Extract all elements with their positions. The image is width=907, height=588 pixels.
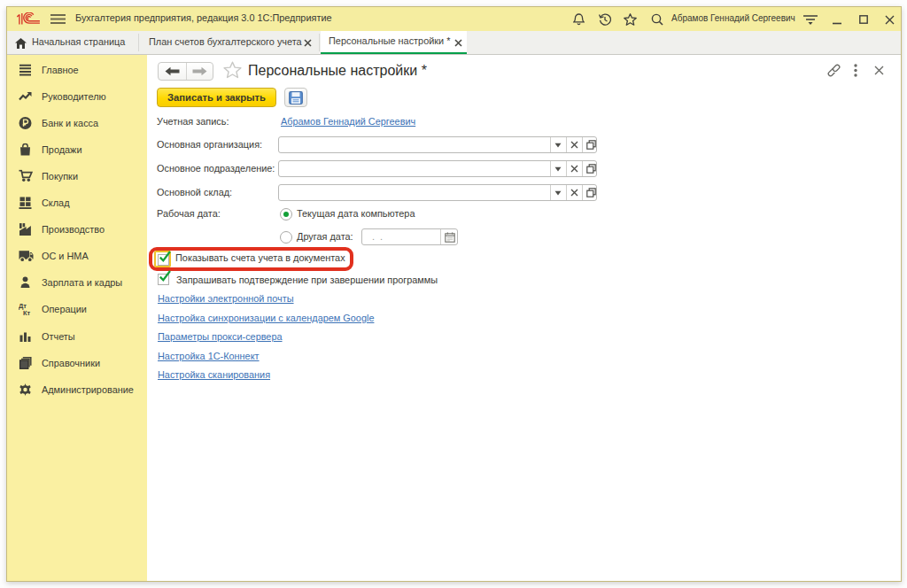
svg-text:Кт: Кт xyxy=(23,309,31,316)
